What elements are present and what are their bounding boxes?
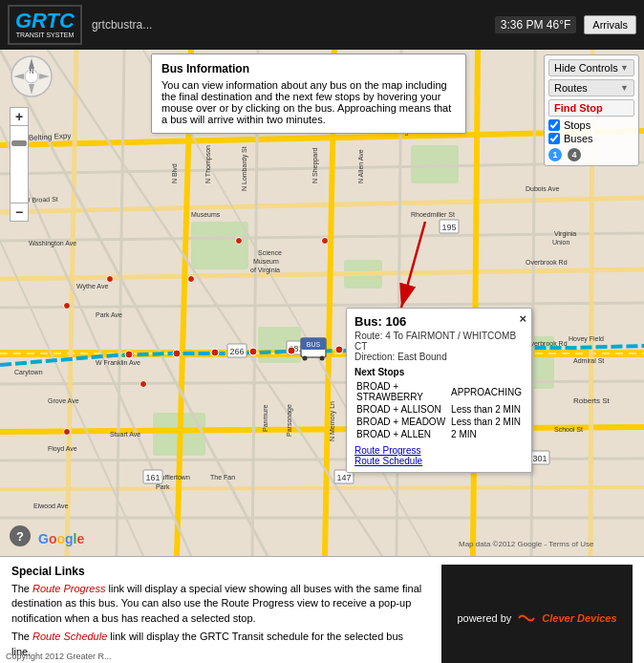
svg-point-97: [125, 351, 133, 358]
svg-text:Science: Science: [258, 249, 282, 256]
svg-point-99: [211, 349, 219, 356]
route-progress-description: The Route Progress link will display a s…: [11, 582, 422, 626]
routes-button[interactable]: Routes ▼: [548, 79, 634, 96]
svg-point-101: [288, 347, 295, 354]
buses-label: Buses: [564, 133, 593, 144]
svg-text:301: 301: [532, 454, 547, 463]
map-container[interactable]: Belting Expy W Broad St Virginia Union R…: [0, 50, 644, 556]
clever-logo-icon: [517, 612, 536, 624]
svg-text:The Fan: The Fan: [210, 474, 235, 481]
stops-checkbox[interactable]: [548, 119, 560, 131]
stop-location: BROAD + MEADOW: [354, 416, 449, 428]
buses-checkbox-row: Buses: [548, 133, 634, 144]
stop-location: BROAD + STRAWBERRY: [354, 380, 449, 403]
svg-text:Museum: Museum: [253, 258, 279, 265]
stop-time: Less than 2 MIN: [449, 416, 524, 428]
svg-text:N Memory Ln: N Memory Ln: [329, 401, 336, 441]
svg-point-100: [249, 348, 257, 355]
zoom-in-button[interactable]: +: [10, 107, 29, 126]
svg-text:Carytown: Carytown: [14, 369, 43, 376]
logo-subtitle: TRANSIT SYSTEM: [16, 32, 75, 39]
find-stop-button[interactable]: Find Stop: [548, 99, 634, 117]
svg-text:Park: Park: [156, 483, 170, 490]
svg-point-111: [188, 276, 195, 283]
special-links-title: Special Links: [11, 565, 422, 578]
bus-info-callout: Bus Information You can view information…: [151, 53, 466, 134]
route-schedule-link[interactable]: Route Schedule: [354, 456, 524, 466]
arrivals-button[interactable]: Arrivals: [584, 15, 636, 34]
stops-label: Stops: [564, 119, 590, 131]
route-progress-link[interactable]: Route Progress: [354, 445, 524, 456]
copyright: Copyright 2012 Greater R...: [6, 652, 112, 661]
stop-location: BROAD + ALLISON: [354, 403, 449, 416]
svg-text:N Sheppard: N Sheppard: [311, 148, 319, 183]
question-button[interactable]: ?: [10, 525, 31, 546]
svg-text:School St: School St: [554, 426, 583, 433]
svg-point-94: [303, 356, 308, 361]
svg-point-95: [320, 356, 325, 361]
zoom-slider[interactable]: [10, 126, 29, 203]
svg-text:Wythe Ave: Wythe Ave: [76, 283, 108, 290]
svg-text:Park Ave: Park Ave: [96, 311, 122, 318]
table-row: BROAD + ALLISON Less than 2 MIN: [354, 403, 524, 416]
special-links-section: Special Links The Route Progress link wi…: [11, 565, 422, 655]
legend-route-1: 1: [548, 148, 562, 161]
next-stops-title: Next Stops: [354, 367, 524, 377]
nav-widget[interactable]: N: [10, 54, 54, 98]
hide-controls-button[interactable]: Hide Controls ▼: [548, 59, 634, 76]
zoom-controls: + −: [10, 107, 29, 222]
powered-by: powered by Clever Devices: [441, 565, 633, 663]
hide-controls-arrow: ▼: [620, 63, 629, 73]
bus-info-text: You can view information about any bus o…: [161, 79, 456, 125]
svg-text:147: 147: [336, 473, 351, 482]
bus-route: Route: 4 To FAIRMONT / WHITCOMB CT: [354, 331, 524, 352]
stop-location: BROAD + ALLEN: [354, 428, 449, 440]
svg-text:W Broad St: W Broad St: [24, 196, 58, 203]
svg-text:W Franklin Ave: W Franklin Ave: [96, 359, 140, 366]
svg-text:Map data ©2012 Google - Terms : Map data ©2012 Google - Terms of Use: [459, 540, 594, 548]
svg-text:Museums: Museums: [191, 211, 221, 218]
svg-text:161: 161: [145, 473, 160, 482]
svg-text:Parsonage: Parsonage: [286, 404, 293, 437]
svg-point-109: [107, 276, 114, 283]
svg-text:Floyd Ave: Floyd Ave: [48, 445, 77, 453]
zoom-thumb: [11, 140, 27, 146]
clever-devices-text: Clever Devices: [542, 612, 616, 624]
svg-text:195: 195: [441, 223, 456, 232]
table-row: BROAD + ALLEN 2 MIN: [354, 428, 524, 440]
route-progress-link-text[interactable]: Route Progress: [32, 583, 105, 594]
bus-route-info: Route: 4 To FAIRMONT / WHITCOMB CT Direc…: [354, 331, 524, 362]
bus-info-title: Bus Information: [161, 62, 456, 75]
svg-text:266: 266: [229, 347, 244, 356]
svg-text:Overbrook Rd: Overbrook Rd: [526, 259, 568, 266]
svg-text:Hovey Field: Hovey Field: [569, 335, 604, 343]
stops-table: BROAD + STRAWBERRY APPROACHING BROAD + A…: [354, 380, 524, 440]
bus-number: Bus: 106: [354, 314, 524, 329]
tooltip-links: Route Progress Route Schedule: [354, 445, 524, 466]
svg-text:Virginia: Virginia: [554, 230, 576, 238]
svg-text:Dubois Ave: Dubois Ave: [526, 185, 559, 192]
legend-route-4: 4: [568, 148, 581, 161]
svg-text:N: N: [29, 68, 33, 75]
svg-text:Union: Union: [552, 239, 569, 246]
google-logo: Google: [38, 531, 84, 546]
svg-point-110: [140, 381, 147, 388]
svg-rect-3: [411, 145, 459, 183]
svg-line-13: [0, 487, 644, 489]
svg-text:BUS: BUS: [307, 341, 321, 348]
svg-text:Panmure: Panmure: [262, 404, 268, 432]
svg-text:Washington Ave: Washington Ave: [29, 240, 76, 247]
bottom-panel: Special Links The Route Progress link wi…: [0, 556, 644, 663]
svg-text:N Thompson: N Thompson: [204, 145, 212, 183]
table-row: BROAD + STRAWBERRY APPROACHING: [354, 380, 524, 403]
bus-tooltip-close[interactable]: ×: [519, 311, 526, 326]
svg-text:Stuart Ave: Stuart Ave: [110, 431, 140, 438]
stop-time: Less than 2 MIN: [449, 403, 524, 416]
svg-point-108: [64, 429, 71, 436]
logo: GRTC TRANSIT SYSTEM: [8, 5, 82, 45]
zoom-out-button[interactable]: −: [10, 203, 29, 222]
svg-point-98: [173, 350, 181, 357]
buses-checkbox[interactable]: [548, 133, 560, 144]
header: GRTC TRANSIT SYSTEM grtcbustra... 3:36 P…: [0, 0, 644, 50]
route-schedule-link-text[interactable]: Route Schedule: [32, 631, 107, 642]
